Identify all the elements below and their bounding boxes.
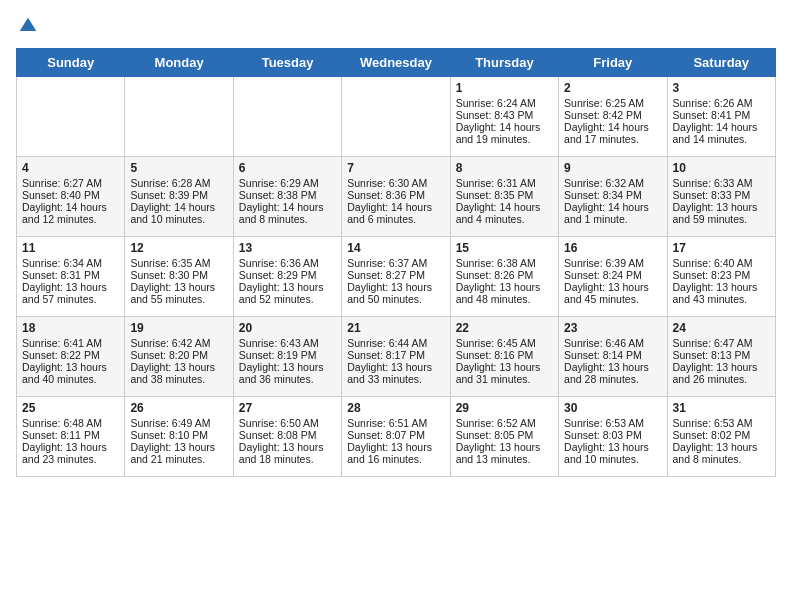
- day-info-line: Daylight: 13 hours: [347, 281, 444, 293]
- day-number: 15: [456, 241, 553, 255]
- calendar-week-row: 18Sunrise: 6:41 AMSunset: 8:22 PMDayligh…: [17, 317, 776, 397]
- day-of-week-header: Thursday: [450, 49, 558, 77]
- day-info-line: and 10 minutes.: [564, 453, 661, 465]
- day-info-line: Sunrise: 6:32 AM: [564, 177, 661, 189]
- day-info-line: Daylight: 13 hours: [673, 281, 770, 293]
- day-info-line: Sunset: 8:10 PM: [130, 429, 227, 441]
- calendar-day-cell: 18Sunrise: 6:41 AMSunset: 8:22 PMDayligh…: [17, 317, 125, 397]
- day-info-line: Sunrise: 6:25 AM: [564, 97, 661, 109]
- day-number: 4: [22, 161, 119, 175]
- day-info-line: and 43 minutes.: [673, 293, 770, 305]
- day-info-line: Daylight: 13 hours: [673, 441, 770, 453]
- calendar-day-cell: 11Sunrise: 6:34 AMSunset: 8:31 PMDayligh…: [17, 237, 125, 317]
- day-of-week-header: Friday: [559, 49, 667, 77]
- day-number: 19: [130, 321, 227, 335]
- day-info-line: Daylight: 13 hours: [22, 441, 119, 453]
- day-info-line: and 1 minute.: [564, 213, 661, 225]
- day-number: 21: [347, 321, 444, 335]
- calendar-day-cell: 12Sunrise: 6:35 AMSunset: 8:30 PMDayligh…: [125, 237, 233, 317]
- day-info-line: Sunset: 8:03 PM: [564, 429, 661, 441]
- day-info-line: Daylight: 13 hours: [564, 281, 661, 293]
- day-info-line: Daylight: 13 hours: [130, 361, 227, 373]
- day-info-line: Sunset: 8:07 PM: [347, 429, 444, 441]
- day-info-line: Sunrise: 6:48 AM: [22, 417, 119, 429]
- day-info-line: Sunrise: 6:35 AM: [130, 257, 227, 269]
- calendar-day-cell: 20Sunrise: 6:43 AMSunset: 8:19 PMDayligh…: [233, 317, 341, 397]
- day-info-line: Daylight: 13 hours: [22, 281, 119, 293]
- day-info-line: and 40 minutes.: [22, 373, 119, 385]
- logo: [16, 16, 38, 36]
- day-info-line: and 55 minutes.: [130, 293, 227, 305]
- day-info-line: Sunset: 8:13 PM: [673, 349, 770, 361]
- day-number: 5: [130, 161, 227, 175]
- day-number: 9: [564, 161, 661, 175]
- day-info-line: and 8 minutes.: [239, 213, 336, 225]
- calendar-day-cell: 24Sunrise: 6:47 AMSunset: 8:13 PMDayligh…: [667, 317, 775, 397]
- day-info-line: Daylight: 14 hours: [239, 201, 336, 213]
- day-number: 22: [456, 321, 553, 335]
- day-info-line: Daylight: 13 hours: [456, 281, 553, 293]
- calendar-day-cell: 31Sunrise: 6:53 AMSunset: 8:02 PMDayligh…: [667, 397, 775, 477]
- day-info-line: and 4 minutes.: [456, 213, 553, 225]
- calendar-day-cell: 29Sunrise: 6:52 AMSunset: 8:05 PMDayligh…: [450, 397, 558, 477]
- calendar-header-row: SundayMondayTuesdayWednesdayThursdayFrid…: [17, 49, 776, 77]
- day-info-line: Daylight: 14 hours: [130, 201, 227, 213]
- page-header: [16, 16, 776, 36]
- day-info-line: Sunset: 8:35 PM: [456, 189, 553, 201]
- day-info-line: and 21 minutes.: [130, 453, 227, 465]
- day-info-line: and 52 minutes.: [239, 293, 336, 305]
- calendar-day-cell: 3Sunrise: 6:26 AMSunset: 8:41 PMDaylight…: [667, 77, 775, 157]
- calendar-day-cell: 5Sunrise: 6:28 AMSunset: 8:39 PMDaylight…: [125, 157, 233, 237]
- day-info-line: Sunset: 8:29 PM: [239, 269, 336, 281]
- day-info-line: Sunset: 8:39 PM: [130, 189, 227, 201]
- day-number: 18: [22, 321, 119, 335]
- day-info-line: Sunrise: 6:29 AM: [239, 177, 336, 189]
- day-info-line: and 50 minutes.: [347, 293, 444, 305]
- day-info-line: Sunset: 8:23 PM: [673, 269, 770, 281]
- day-number: 13: [239, 241, 336, 255]
- day-info-line: Daylight: 13 hours: [130, 441, 227, 453]
- calendar-day-cell: 26Sunrise: 6:49 AMSunset: 8:10 PMDayligh…: [125, 397, 233, 477]
- day-info-line: Daylight: 14 hours: [564, 121, 661, 133]
- day-info-line: Sunset: 8:34 PM: [564, 189, 661, 201]
- day-info-line: Daylight: 13 hours: [673, 201, 770, 213]
- day-info-line: and 19 minutes.: [456, 133, 553, 145]
- day-number: 10: [673, 161, 770, 175]
- calendar-day-cell: 25Sunrise: 6:48 AMSunset: 8:11 PMDayligh…: [17, 397, 125, 477]
- day-info-line: Sunset: 8:16 PM: [456, 349, 553, 361]
- day-info-line: Sunrise: 6:36 AM: [239, 257, 336, 269]
- calendar-day-cell: 7Sunrise: 6:30 AMSunset: 8:36 PMDaylight…: [342, 157, 450, 237]
- day-info-line: Sunset: 8:36 PM: [347, 189, 444, 201]
- calendar-table: SundayMondayTuesdayWednesdayThursdayFrid…: [16, 48, 776, 477]
- day-info-line: and 12 minutes.: [22, 213, 119, 225]
- calendar-day-cell: [125, 77, 233, 157]
- day-info-line: Sunset: 8:26 PM: [456, 269, 553, 281]
- day-info-line: Sunrise: 6:44 AM: [347, 337, 444, 349]
- day-info-line: Sunset: 8:42 PM: [564, 109, 661, 121]
- day-info-line: Sunrise: 6:34 AM: [22, 257, 119, 269]
- day-info-line: Sunset: 8:11 PM: [22, 429, 119, 441]
- day-info-line: Sunrise: 6:26 AM: [673, 97, 770, 109]
- calendar-day-cell: 9Sunrise: 6:32 AMSunset: 8:34 PMDaylight…: [559, 157, 667, 237]
- day-info-line: Sunrise: 6:37 AM: [347, 257, 444, 269]
- day-info-line: Sunset: 8:24 PM: [564, 269, 661, 281]
- calendar-day-cell: [342, 77, 450, 157]
- day-info-line: Sunrise: 6:52 AM: [456, 417, 553, 429]
- day-info-line: Daylight: 13 hours: [130, 281, 227, 293]
- day-info-line: Daylight: 14 hours: [22, 201, 119, 213]
- day-number: 20: [239, 321, 336, 335]
- day-info-line: Sunrise: 6:42 AM: [130, 337, 227, 349]
- day-info-line: and 18 minutes.: [239, 453, 336, 465]
- calendar-day-cell: 19Sunrise: 6:42 AMSunset: 8:20 PMDayligh…: [125, 317, 233, 397]
- day-info-line: and 45 minutes.: [564, 293, 661, 305]
- day-info-line: and 10 minutes.: [130, 213, 227, 225]
- calendar-day-cell: [233, 77, 341, 157]
- day-info-line: and 59 minutes.: [673, 213, 770, 225]
- day-number: 25: [22, 401, 119, 415]
- day-info-line: Sunrise: 6:31 AM: [456, 177, 553, 189]
- calendar-day-cell: 23Sunrise: 6:46 AMSunset: 8:14 PMDayligh…: [559, 317, 667, 397]
- day-info-line: and 26 minutes.: [673, 373, 770, 385]
- day-number: 3: [673, 81, 770, 95]
- day-number: 30: [564, 401, 661, 415]
- calendar-day-cell: 6Sunrise: 6:29 AMSunset: 8:38 PMDaylight…: [233, 157, 341, 237]
